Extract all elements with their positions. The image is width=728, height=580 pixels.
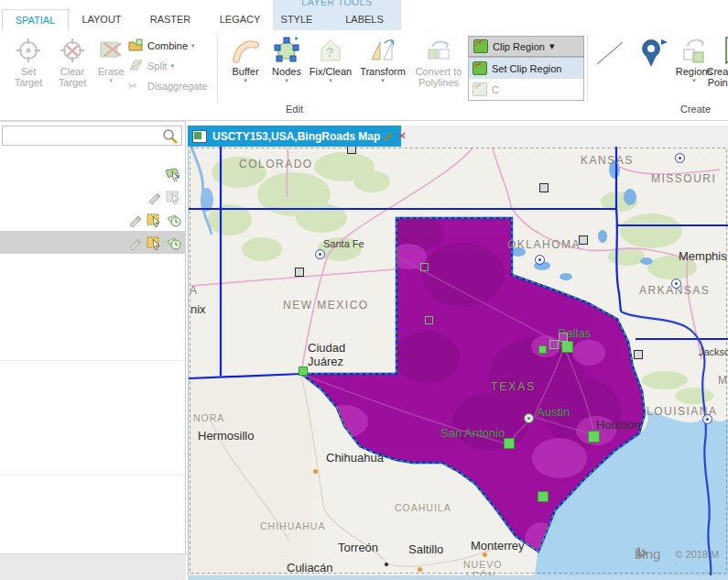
erase-dropdown-arrow[interactable]: ▾ — [95, 77, 126, 84]
buffer-button[interactable]: Buffer ▾ — [224, 33, 266, 103]
search-icon — [162, 128, 179, 145]
tab-layout[interactable]: LAYOUT — [73, 9, 130, 30]
tab-labels[interactable]: LABELS — [343, 9, 386, 30]
map-marker-sq-green — [538, 491, 549, 502]
buffer-icon — [224, 35, 266, 66]
map-marker-capital — [315, 249, 325, 259]
menu-item-set-clip-region[interactable]: Set Clip Region — [469, 58, 583, 79]
erase-button[interactable]: Erase ▾ — [95, 33, 126, 103]
map-document-icon — [192, 130, 207, 143]
map-basemap — [189, 147, 728, 575]
panel-footer — [0, 553, 186, 580]
set-target-button[interactable]: SetTarget — [7, 33, 49, 103]
nodes-button[interactable]: Nodes ▾ — [268, 33, 305, 103]
split-icon — [128, 59, 144, 72]
bing-logo-icon — [635, 546, 649, 561]
map-tab-title: USCTY153,USA,BingRoads Map — [212, 130, 380, 143]
tab-legacy[interactable]: LEGACY — [212, 9, 268, 30]
split-button[interactable]: Split▾ — [128, 56, 216, 75]
pencil-icon — [127, 213, 142, 227]
group-separator — [587, 35, 588, 103]
map-marker-sq-green — [561, 341, 573, 353]
svg-text:?: ? — [326, 45, 334, 60]
map-marker-sq-gray — [295, 268, 304, 277]
fix-clean-icon: ? — [307, 35, 354, 66]
edit-group-label: Edit — [286, 104, 303, 115]
svg-text:✂: ✂ — [128, 80, 137, 93]
nodes-dropdown-arrow[interactable]: ▾ — [268, 77, 305, 84]
document-tab-bar: USCTY153,USA,BingRoads Map ✕ — [187, 126, 728, 147]
menu-item-clip-partial[interactable]: C — [469, 79, 583, 100]
close-icon[interactable]: ✕ — [397, 130, 406, 142]
set-target-icon — [7, 35, 49, 66]
map-marker-capital-green — [524, 413, 534, 423]
set-clip-region-icon — [473, 61, 487, 75]
map-marker-sq-gray — [634, 350, 643, 359]
clip-region-button[interactable]: Clip Region ▾ — [468, 36, 584, 57]
map-marker-sq-magenta — [549, 340, 559, 349]
buffer-dropdown-arrow[interactable]: ▾ — [224, 77, 266, 84]
panel-divider — [0, 360, 184, 361]
map-marker-sq-green — [504, 438, 515, 449]
copyright-text: © 2018 M — [675, 549, 719, 560]
point-tool-button[interactable] — [632, 33, 674, 103]
layer-search-box[interactable] — [2, 126, 182, 146]
transform-dropdown-arrow[interactable]: ▾ — [356, 77, 409, 84]
map-window-bottom-border — [188, 575, 728, 580]
point-pin-icon — [632, 35, 674, 71]
selectable-icon — [147, 235, 162, 250]
ribbon-tab-strip: LAYER TOOLS SPATIAL LAYOUT RASTER LEGACY… — [0, 0, 728, 30]
clear-target-button[interactable]: ClearTarget — [51, 33, 93, 103]
tab-raster[interactable]: RASTER — [142, 9, 199, 30]
combine-button[interactable]: Combine▾ — [128, 36, 216, 55]
map-document-tab[interactable]: USCTY153,USA,BingRoads Map ✕ — [188, 126, 401, 147]
contextual-tab-header: LAYER TOOLS — [273, 0, 401, 7]
selectable-icon — [147, 212, 162, 227]
layer-row[interactable] — [0, 185, 186, 208]
disaggregate-button[interactable]: ✂ Disaggregate — [128, 76, 216, 95]
layers-panel — [0, 121, 186, 580]
map-attribution: bing © 2018 M — [635, 546, 719, 562]
xy-icon: XY — [696, 35, 728, 66]
pencil-icon — [147, 190, 161, 204]
line-tool-button[interactable] — [590, 33, 630, 103]
tab-spatial[interactable]: SPATIAL — [2, 9, 69, 30]
map-marker-sq-magenta — [559, 333, 568, 342]
transform-icon — [356, 35, 409, 66]
layer-row[interactable] — [0, 162, 186, 185]
layer-row[interactable] — [0, 208, 186, 231]
map-marker-dot-orange — [313, 469, 318, 474]
map-marker-sq-gray — [579, 235, 588, 245]
map-canvas[interactable]: bing © 2018 M COLORADOKANSASMISSOURIOKLA… — [188, 147, 728, 575]
map-marker-dot-orange — [483, 553, 487, 557]
create-points-button[interactable]: XY CreatePoints — [696, 33, 728, 103]
map-marker-sq-green-outline — [425, 316, 433, 324]
pencil-icon — [127, 235, 142, 250]
erase-icon — [95, 35, 126, 66]
fix-clean-button[interactable]: ? Fix/Clean ▾ — [307, 33, 354, 103]
convert-to-polylines-button[interactable]: Convert toPolylines — [411, 33, 466, 103]
clear-target-icon — [51, 35, 93, 66]
clip-region-icon — [473, 39, 488, 53]
map-marker-sq-green — [588, 431, 600, 443]
map-marker-sq-green — [299, 367, 308, 376]
map-marker-capital — [675, 153, 685, 163]
create-group-label: Create — [680, 104, 711, 115]
zoom-range-icon — [167, 213, 181, 227]
selectable-icon-disabled — [166, 189, 181, 204]
clip-partial-icon — [473, 82, 487, 96]
search-input[interactable] — [5, 127, 165, 146]
line-icon — [590, 35, 630, 71]
clip-region-dropdown-arrow[interactable]: ▾ — [549, 40, 555, 52]
layer-row[interactable] — [0, 231, 186, 254]
modified-indicator-diamond — [385, 132, 392, 139]
map-marker-capital — [535, 255, 545, 265]
ribbon: LAYER TOOLS SPATIAL LAYOUT RASTER LEGACY… — [0, 0, 728, 121]
transform-button[interactable]: Transform ▾ — [356, 33, 409, 103]
zoom-range-icon — [167, 235, 181, 250]
fix-clean-dropdown-arrow[interactable]: ▾ — [307, 77, 354, 84]
tab-style[interactable]: STYLE — [276, 9, 318, 30]
map-marker-capital — [671, 279, 681, 289]
clip-region-menu: Set Clip Region C — [468, 57, 584, 101]
panel-divider — [0, 475, 184, 476]
